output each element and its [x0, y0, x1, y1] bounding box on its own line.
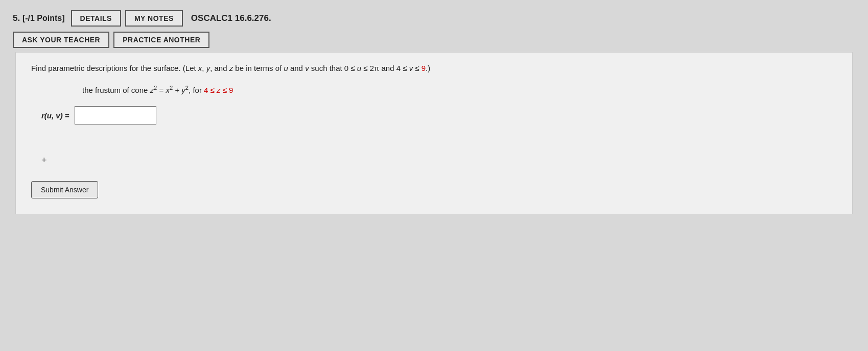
plus-sign: + — [41, 155, 837, 166]
details-button[interactable]: DETAILS — [71, 10, 121, 27]
top-row: 5. [-/1 Points] DETAILS MY NOTES OSCALC1… — [13, 10, 855, 27]
points-label: [-/1 Points] — [22, 14, 65, 22]
upper-v-value: 9 — [421, 64, 426, 72]
problem-id: OSCALC1 16.6.276. — [191, 13, 271, 23]
submit-button[interactable]: Submit Answer — [31, 181, 98, 198]
z-range: 4 ≤ z ≤ 9 — [204, 86, 233, 94]
problem-container: 5. [-/1 Points] DETAILS MY NOTES OSCALC1… — [5, 5, 863, 219]
problem-number: 5. [-/1 Points] — [13, 13, 65, 23]
my-notes-button[interactable]: MY NOTES — [125, 10, 183, 27]
answer-input[interactable] — [75, 106, 156, 124]
content-box: Find parametric descriptions for the sur… — [15, 52, 853, 214]
ask-teacher-button[interactable]: ASK YOUR TEACHER — [13, 32, 109, 48]
answer-label: r(u, v) = — [41, 111, 69, 120]
second-row: ASK YOUR TEACHER PRACTICE ANOTHER — [13, 32, 855, 48]
problem-description: Find parametric descriptions for the sur… — [31, 63, 837, 74]
practice-another-button[interactable]: PRACTICE ANOTHER — [113, 32, 209, 48]
submit-row: Submit Answer — [31, 176, 837, 198]
number-label: 5. — [13, 13, 20, 23]
answer-row: r(u, v) = — [41, 106, 837, 124]
sub-description: the frustum of cone z2 = x2 + y2, for 4 … — [82, 84, 837, 96]
